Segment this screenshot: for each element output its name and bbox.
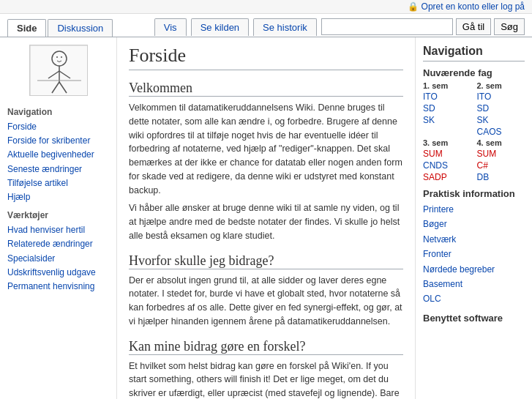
right-sidebar: Navigation Nuværende fag 1. sem 2. sem I… bbox=[415, 37, 532, 399]
tab-se-historik[interactable]: Se historik bbox=[253, 18, 317, 36]
sidebar: Navigation Forside Forside for skribente… bbox=[0, 37, 117, 399]
right-link-printere[interactable]: Printere bbox=[423, 202, 525, 217]
nuvaerende-fag-title: Nuværende fag bbox=[423, 67, 525, 78]
section-bidrage-title: Hvorfor skulle jeg bidrage? bbox=[129, 253, 403, 269]
tools-section-title: Værktøjer bbox=[7, 210, 109, 220]
sem4-db[interactable]: DB bbox=[477, 172, 525, 182]
right-link-boger[interactable]: Bøger bbox=[423, 217, 525, 231]
section-velkommen-p2: Vi håber alle ønsker at bruge denne wiki… bbox=[129, 201, 403, 242]
sem3-label: 3. sem bbox=[423, 138, 471, 147]
sem3-sadp[interactable]: SADP bbox=[423, 172, 471, 182]
sem1-label: 1. sem bbox=[423, 81, 471, 90]
page-title: Forside bbox=[129, 45, 403, 70]
section-bidrage-p1: Der er absolut ingen grund til, at alle … bbox=[129, 274, 403, 329]
sem4-csharp[interactable]: C# bbox=[477, 160, 525, 171]
sem3-cnds[interactable]: CNDS bbox=[423, 160, 471, 171]
sidebar-link-specialsider[interactable]: Specialsider bbox=[7, 252, 109, 266]
sem1-sd[interactable]: SD bbox=[423, 103, 471, 113]
right-link-nordede[interactable]: Nørdede begreber bbox=[423, 262, 525, 277]
sem1-ito[interactable]: ITO bbox=[423, 92, 471, 102]
sidebar-link-forside-skribenter[interactable]: Forside for skribenter bbox=[7, 134, 109, 148]
section-velkommen-title: Velkommen bbox=[129, 81, 403, 97]
header-tabs: Side Diskussion Vis Se kilden Se histori… bbox=[0, 14, 532, 37]
sidebar-link-forside[interactable]: Forside bbox=[7, 120, 109, 134]
sem4-label: 4. sem bbox=[477, 138, 525, 147]
tab-side[interactable]: Side bbox=[7, 19, 46, 37]
praktisk-info-title: Praktisk information bbox=[423, 188, 525, 199]
sidebar-link-tilfoej[interactable]: Tilføjelse artikel bbox=[7, 176, 109, 190]
right-link-fronter[interactable]: Fronter bbox=[423, 247, 525, 261]
tab-se-kilden[interactable]: Se kilden bbox=[191, 18, 249, 36]
sem3-sum[interactable]: SUM bbox=[423, 149, 471, 159]
right-link-olc[interactable]: OLC bbox=[423, 291, 525, 306]
search-bar: Gå til Søg bbox=[321, 17, 525, 37]
sidebar-link-hvad[interactable]: Hvad henviser hertil bbox=[7, 223, 109, 237]
sidebar-link-aktuelle[interactable]: Aktuelle begivenheder bbox=[7, 148, 109, 162]
right-title: Navigation bbox=[423, 45, 525, 61]
right-link-netvaerk[interactable]: Netværk bbox=[423, 232, 525, 247]
layout: Navigation Forside Forside for skribente… bbox=[0, 37, 532, 399]
section-forskel-title: Kan mine bidrag gøre en forskel? bbox=[129, 339, 403, 355]
benyttet-software-title: Benyttet software bbox=[423, 313, 525, 324]
section-forskel-p1: Et hvilket som helst bidrag kan gøre en … bbox=[129, 359, 403, 400]
sidebar-link-relaterede[interactable]: Relaterede ændringer bbox=[7, 237, 109, 251]
sem2-label: 2. sem bbox=[477, 81, 525, 90]
sem4-sum[interactable]: SUM bbox=[477, 149, 525, 159]
section-velkommen-p1: Velkommen til datamatikeruddannelsens Wi… bbox=[129, 101, 403, 197]
lock-icon: 🔒 bbox=[408, 1, 419, 12]
main-content: Forside Velkommen Velkommen til datamati… bbox=[117, 37, 415, 399]
ga-til-button[interactable]: Gå til bbox=[456, 18, 491, 35]
sem2-sd[interactable]: SD bbox=[477, 103, 525, 113]
top-bar: 🔒 Opret en konto eller log på bbox=[0, 0, 532, 14]
tab-right-group: Vis Se kilden Se historik Gå til Søg bbox=[154, 17, 525, 37]
sidebar-link-udskrift[interactable]: Udskriftsvenlig udgave bbox=[7, 266, 109, 280]
sidebar-link-permanent[interactable]: Permanent henvisning bbox=[7, 280, 109, 294]
sem2-caos[interactable]: CAOS bbox=[477, 127, 525, 137]
tab-diskussion[interactable]: Diskussion bbox=[48, 19, 113, 37]
right-link-basement[interactable]: Basement bbox=[423, 277, 525, 291]
login-link[interactable]: Opret en konto eller log på bbox=[422, 1, 525, 12]
sidebar-link-hjaelp[interactable]: Hjælp bbox=[7, 190, 109, 204]
nav-section-title: Navigation bbox=[7, 107, 109, 117]
sog-button[interactable]: Søg bbox=[494, 18, 525, 35]
sem2-sk[interactable]: SK bbox=[477, 115, 525, 125]
svg-point-2 bbox=[56, 56, 58, 58]
sem-grid: 1. sem 2. sem ITO ITO SD SD SK SK CAOS 3… bbox=[423, 81, 525, 182]
logo-image bbox=[29, 45, 88, 96]
sidebar-link-seneste[interactable]: Seneste ændringer bbox=[7, 163, 109, 176]
search-input[interactable] bbox=[321, 18, 453, 35]
sem1-sk[interactable]: SK bbox=[423, 115, 471, 125]
sem2-ito[interactable]: ITO bbox=[477, 92, 525, 102]
tab-vis[interactable]: Vis bbox=[154, 18, 187, 36]
svg-point-3 bbox=[61, 56, 62, 58]
logo-area bbox=[7, 45, 109, 98]
